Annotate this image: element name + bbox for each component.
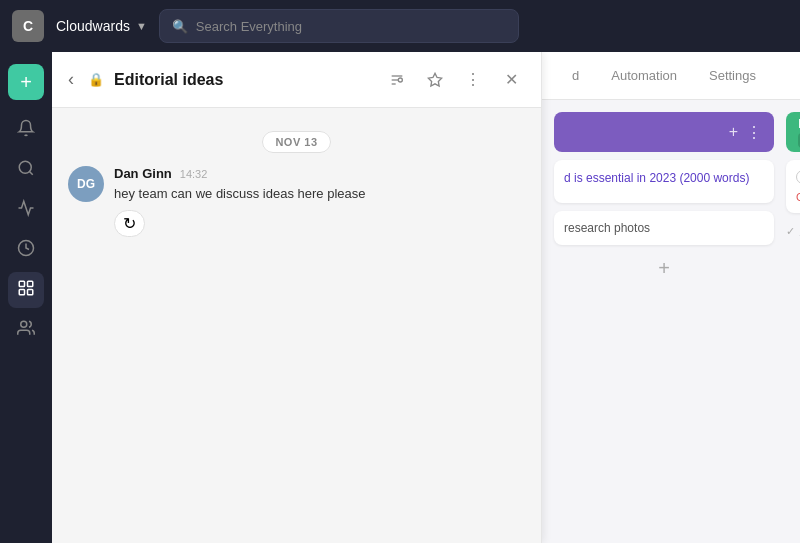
close-icon[interactable]: ✕ <box>497 66 525 94</box>
more-icon[interactable]: ⋮ <box>459 66 487 94</box>
spaces-icon <box>17 279 35 301</box>
board-column-purple: + ⋮ d is essential in 2023 (2000 words) … <box>554 112 774 531</box>
workspace-name: Cloudwards <box>56 18 130 34</box>
add-card-button[interactable]: + <box>554 253 774 285</box>
tab-settings[interactable]: Settings <box>695 60 770 91</box>
svg-point-0 <box>19 161 31 173</box>
date-label: NOV 13 <box>262 131 330 153</box>
svg-rect-4 <box>19 290 24 295</box>
card-subtitle-2: research photos <box>564 221 764 235</box>
board-columns: + ⋮ d is essential in 2023 (2000 words) … <box>542 100 800 543</box>
main-layout: + <box>0 52 800 543</box>
chat-message: DG Dan Ginn 14:32 hey team can we discus… <box>68 166 525 237</box>
check-count-row: ✓ 1 <box>786 221 800 242</box>
check-count-icon: ✓ <box>786 225 795 238</box>
sidebar-item-analytics[interactable] <box>8 192 44 228</box>
tab-automation[interactable]: Automation <box>597 60 691 91</box>
message-text: hey team can we discuss ideas here pleas… <box>114 184 525 204</box>
tab-list[interactable]: d <box>558 60 593 91</box>
content-area: d Automation Settings + ⋮ <box>52 52 800 543</box>
board-card-done-1[interactable]: V Overd 🕐 70 <box>786 160 800 213</box>
search-icon: 🔍 <box>172 19 188 34</box>
chart-icon <box>17 199 35 221</box>
column-header-actions: + ⋮ <box>729 123 762 142</box>
message-header: Dan Ginn 14:32 <box>114 166 525 181</box>
topbar: C Cloudwards ▼ 🔍 Search Everything <box>0 0 800 52</box>
add-button[interactable]: + <box>8 64 44 100</box>
card-title-1: d is essential in 2023 (2000 words) <box>564 170 764 187</box>
column-header-done: Done 1 Task w <box>786 112 800 152</box>
card-meta-done: Overd 🕐 70 <box>796 190 800 203</box>
task-checkbox[interactable] <box>796 170 800 184</box>
people-icon <box>17 319 35 341</box>
board-area: d Automation Settings + ⋮ <box>542 52 800 543</box>
pin-icon[interactable] <box>421 66 449 94</box>
chat-panel: ‹ 🔒 Editorial ideas ⋮ ✕ NOV 13 <box>52 52 542 543</box>
board-card-2[interactable]: research photos <box>554 211 774 245</box>
clock-icon <box>17 239 35 261</box>
chat-header-actions: ⋮ ✕ <box>383 66 525 94</box>
message-time: 14:32 <box>180 168 208 180</box>
back-button[interactable]: ‹ <box>68 69 74 90</box>
message-content: Dan Ginn 14:32 hey team can we discuss i… <box>114 166 525 237</box>
chat-title: Editorial ideas <box>114 71 373 89</box>
global-search[interactable]: 🔍 Search Everything <box>159 9 519 43</box>
message-sender: Dan Ginn <box>114 166 172 181</box>
add-task-icon[interactable]: + <box>729 123 738 141</box>
chat-header: ‹ 🔒 Editorial ideas ⋮ ✕ <box>52 52 541 108</box>
sidebar-item-people[interactable] <box>8 312 44 348</box>
svg-rect-5 <box>28 290 33 295</box>
workspace-chevron-icon: ▼ <box>136 20 147 32</box>
avatar: DG <box>68 166 104 202</box>
board-card-1[interactable]: d is essential in 2023 (2000 words) <box>554 160 774 203</box>
sidebar-item-notifications[interactable] <box>8 112 44 148</box>
svg-rect-2 <box>19 281 24 286</box>
chat-date: NOV 13 <box>68 132 525 150</box>
add-icon: + <box>20 71 32 94</box>
svg-point-6 <box>21 321 27 327</box>
sidebar-item-history[interactable] <box>8 232 44 268</box>
column-header-purple: + ⋮ <box>554 112 774 152</box>
sidebar-item-search[interactable] <box>8 152 44 188</box>
filter-icon[interactable] <box>383 66 411 94</box>
board-tabs: d Automation Settings <box>542 52 800 100</box>
reaction-icon: ↻ <box>123 214 136 233</box>
sidebar: + <box>0 52 52 543</box>
column-more-icon[interactable]: ⋮ <box>746 123 762 142</box>
workspace-selector[interactable]: Cloudwards ▼ <box>56 18 147 34</box>
reaction-button[interactable]: ↻ <box>114 210 145 237</box>
lock-icon: 🔒 <box>88 72 104 87</box>
workspace-logo[interactable]: C <box>12 10 44 42</box>
chat-body: NOV 13 DG Dan Ginn 14:32 hey team can we… <box>52 108 541 543</box>
search-sidebar-icon <box>17 159 35 181</box>
sidebar-item-spaces[interactable] <box>8 272 44 308</box>
svg-rect-3 <box>28 281 33 286</box>
bell-icon <box>17 119 35 141</box>
search-placeholder-text: Search Everything <box>196 19 302 34</box>
board-column-done: Done 1 Task w V Overd 🕐 70 <box>786 112 800 531</box>
overdue-label: Overd <box>796 191 800 203</box>
svg-point-10 <box>398 78 402 82</box>
